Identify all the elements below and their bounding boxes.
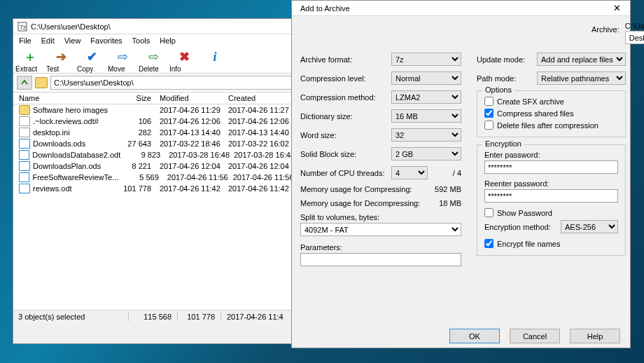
encmethod-select[interactable]: AES-256 [561,220,618,233]
folder-icon [35,77,48,88]
svg-text:7z: 7z [20,24,27,31]
level-select[interactable]: Normal [391,71,461,85]
path-select[interactable]: Relative pathnames [537,71,626,85]
menu-file[interactable]: File [19,36,31,45]
file-modified: 2017-03-22 18:46 [151,139,228,148]
add-to-archive-dialog: Add to Archive ✕ Archive: C:\Users\user\… [291,0,631,348]
showpw-checkbox[interactable]: Show Password [484,208,618,217]
file-icon [19,128,30,137]
dialog-title: Add to Archive [296,4,608,13]
col-size[interactable]: Size [109,94,151,102]
options-legend: Options [482,85,514,94]
info-button[interactable]: iInfo [201,48,229,73]
word-select[interactable]: 32 [391,128,461,142]
minus-icon: ➔ [52,48,69,65]
file-modified: 2017-04-26 12:04 [151,162,228,170]
file-icon [19,150,29,160]
encryption-group: Encryption Enter password: Reenter passw… [477,144,626,256]
file-icon [19,116,30,126]
menu-tools[interactable]: Tools [132,36,150,45]
file-size: 101 778 [109,184,151,193]
col-name[interactable]: Name [19,94,109,102]
path-label: Path mode: [477,74,537,83]
file-modified: 2017-04-13 14:40 [151,128,228,137]
delete-checkbox[interactable]: Delete files after compression [484,121,618,130]
file-size: 282 [109,128,151,137]
file-icon [19,161,30,171]
file-icon [19,184,30,193]
file-name: reviews.odt [33,184,109,193]
shared-checkbox[interactable]: Compress shared files [484,109,618,118]
copy-icon: ⇨ [114,48,131,65]
block-select[interactable]: 2 GB [391,147,461,160]
split-select[interactable]: 4092M - FAT [300,223,461,236]
archive-name-input[interactable]: Desktop.7z [625,31,644,44]
dialog-titlebar[interactable]: Add to Archive ✕ [292,1,630,16]
file-size: 8 221 [109,162,151,170]
plus-icon: ＋ [22,48,38,65]
file-size: 5 569 [118,173,158,182]
update-select[interactable]: Add and replace files [537,53,626,66]
close-button[interactable]: ✕ [608,3,626,13]
status-size2: 101 778 [178,313,221,321]
file-name: desktop.ini [33,128,109,137]
threads-select[interactable]: 4 [391,166,428,179]
block-label: Solid Block size: [300,150,391,158]
encryption-legend: Encryption [482,139,524,148]
menu-help[interactable]: Help [160,36,176,45]
file-name: DownloadsPlan.ods [33,162,109,170]
encnames-checkbox[interactable]: Encrypt file names [484,239,618,248]
file-icon [19,105,30,115]
reenter-password-input[interactable] [484,189,618,203]
file-name: Software hero images [33,106,109,114]
menu-edit[interactable]: Edit [41,36,55,45]
file-name: Downloads.ods [33,139,109,148]
menu-favorites[interactable]: Favorites [90,36,122,45]
split-label: Split to volumes, bytes: [300,213,461,221]
file-icon [19,139,30,149]
ok-button[interactable]: OK [449,329,500,343]
file-icon [19,172,29,182]
memd-value: 18 MB [439,199,461,207]
threads-label: Number of CPU threads: [300,169,391,177]
params-label: Parameters: [300,243,461,252]
file-size: 27 643 [109,139,151,148]
cancel-button[interactable]: Cancel [510,329,560,343]
status-selection: 3 object(s) selected [17,313,129,321]
method-select[interactable]: LZMA2 [391,90,461,104]
file-modified: 2017-04-26 11:56 [159,173,233,182]
memc-label: Memory usage for Compressing: [300,185,435,193]
archive-path: C:\Users\user\Desktop\ [625,22,644,30]
info-icon: i [206,48,223,65]
archive-label: Archive: [592,22,620,34]
params-input[interactable] [300,253,461,266]
status-size1: 115 568 [129,313,178,321]
file-name: .~lock.reviews.odt# [33,117,109,125]
encmethod-label: Encryption method: [484,223,561,231]
format-select[interactable]: 7z [391,53,461,66]
dialog-buttons: OK Cancel Help [292,325,630,347]
file-modified: 2017-04-26 11:42 [151,184,228,193]
help-button[interactable]: Help [570,329,620,343]
file-modified: 2017-04-26 11:29 [151,106,228,114]
reenterpw-label: Reenter password: [484,179,618,188]
file-name: FreeSoftwareReviewTe... [32,173,118,182]
up-button[interactable] [17,76,32,90]
file-name: DownloadsDatabase2.odt [32,151,120,159]
sfx-checkbox[interactable]: Create SFX archive [484,97,618,106]
enterpw-label: Enter password: [484,151,618,159]
level-label: Compression level: [300,74,391,83]
file-modified: 2017-04-26 12:06 [151,117,228,125]
menu-view[interactable]: View [64,36,81,45]
col-modified[interactable]: Modified [151,94,228,102]
app-icon: 7z [18,22,27,32]
file-size: 106 [109,117,151,125]
file-size: 9 823 [120,151,160,159]
up-arrow-icon [20,78,29,87]
dict-select[interactable]: 16 MB [391,109,461,123]
method-label: Compression method: [300,93,391,102]
move-icon: ⇨ [145,48,162,65]
password-input[interactable] [484,160,618,174]
word-label: Word size: [300,131,391,139]
memc-value: 592 MB [435,185,461,193]
